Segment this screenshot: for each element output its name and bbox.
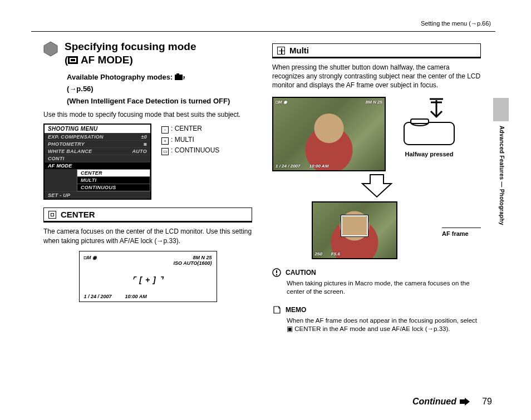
multi-illustration-bottom: 250 F5.6 AF frame [272,201,481,259]
continued-text: Continued [412,397,456,407]
lcd-mode: ◘M ◉ [84,255,97,260]
legend-center: : CENTER [171,125,202,132]
photo2-aperture: F5.6 [331,251,340,256]
page: Setting the menu (→p.66) Advanced Featur… [0,0,531,420]
down-arrow-icon [360,174,394,198]
multi-section-heading: Multi [272,43,481,58]
center-glyph-icon: ▫ [161,126,169,134]
lcd-quality: 8M N 25 [193,255,212,260]
shutter-press-icon [399,97,460,147]
multi-icon [277,47,285,55]
sample-photo-before: ◘M ◉ 8M N 25 1 / 24 / 2007 10:00 AM [272,97,386,171]
thumb-tab [493,98,509,121]
menu-row-exp: EXP. COMPENSATION±0 [45,133,150,140]
center-rule [43,222,252,223]
center-title: CENTER [61,210,95,219]
center-lcd-preview: ◘M ◉ 8M N 25 ISO AUTO(1600) ⌜ [ + ] ⌝ 1 … [79,251,217,302]
menu-and-legend: SHOOTING MENU EXP. COMPENSATION±0 PHOTOM… [43,123,252,200]
menu-row-wb: WHITE BALANCEAUTO [45,147,150,155]
heading-line1: Specifying focusing mode [65,41,196,52]
svg-marker-0 [44,42,57,56]
svg-rect-5 [176,73,179,75]
available-modes-line: Available Photography modes: M [67,72,252,82]
svg-rect-7 [404,122,454,145]
menu-row-photometry: PHOTOMETRY◙ [45,140,150,147]
heading-text: Specifying focusing mode ( AF MODE) [65,40,196,67]
menu-row-conti: CONTI [45,155,150,162]
af-frame-callout: AF frame [442,223,481,237]
submenu-multi: MULTI [77,176,150,184]
available-modes-ref: (→p.56) [67,84,252,94]
sample-photo-after: 250 F5.6 [312,201,397,259]
right-column: Multi When pressing the shutter button d… [272,40,481,400]
hexagon-icon [43,41,58,57]
lcd-iso: ISO AUTO(1600) [84,260,212,266]
svg-rect-9 [411,119,429,123]
center-body: The camera focuses on the center of the … [43,227,252,245]
memo-body: When the AF frame does not appear in the… [287,317,481,334]
af-mode-legend: ▫: CENTER +: MULTI ▭: CONTINUOUS [161,123,219,156]
memo-heading: MEMO [272,305,481,314]
af-mode-icon [68,56,78,64]
multi-title: Multi [289,46,309,55]
continuous-glyph-icon: ▭ [161,148,169,155]
legend-multi: : MULTI [171,136,194,144]
content-columns: Specifying focusing mode ( AF MODE) Avai… [43,40,481,400]
af-mode-submenu: CENTER MULTI CONTINUOUS [77,169,150,191]
menu-row-setup: SET - UP [45,191,150,199]
multi-body: When pressing the shutter button down ha… [272,63,481,90]
shutter-diagram: Halfway pressed [396,97,463,157]
header-reference: Setting the menu (→p.66) [421,20,491,27]
submenu-center: CENTER [77,170,150,176]
halfway-label: Halfway pressed [396,151,463,157]
svg-point-15 [276,274,277,275]
svg-rect-3 [71,59,75,61]
multi-illustration-top: ◘M ◉ 8M N 25 1 / 24 / 2007 10:00 AM [272,97,481,171]
multi-glyph-icon: + [161,137,169,145]
svg-rect-4 [175,75,183,80]
intro-text: Use this mode to specify focusing mode t… [43,110,252,119]
center-icon [48,211,56,219]
memo-title: MEMO [286,306,306,314]
lcd-af-target: ⌜ [ + ] ⌝ [84,266,212,294]
header-rule [31,31,495,32]
continued-indicator: Continued [412,397,470,407]
heading-line2b: AF MODE) [78,54,133,66]
main-heading: Specifying focusing mode ( AF MODE) [43,40,252,67]
left-column: Specifying focusing mode ( AF MODE) Avai… [43,40,252,400]
caution-icon [272,268,281,277]
center-section-heading: CENTER [43,207,252,222]
available-modes-text: Available Photography modes: [67,73,175,81]
face-detect-note: (When Intelligent Face Detection is turn… [67,96,252,106]
af-frame-label: AF frame [442,230,481,237]
photo1-date: 1 / 24 / 2007 [276,164,300,169]
memo-icon [272,305,281,314]
svg-text:M: M [183,75,185,80]
photo1-mode: ◘M ◉ [276,100,287,105]
photo1-quality: 8M N 25 [366,100,382,105]
multi-rule [272,58,481,58]
camera-mode-icon: M [175,73,185,80]
continued-arrow-icon [460,398,470,406]
lcd-date: 1 / 24 / 2007 [84,294,112,299]
legend-continuous: : CONTINUOUS [171,146,219,154]
photo1-time: 10:00 AM [309,164,328,169]
caution-body: When taking pictures in Macro mode, the … [287,279,481,297]
af-frame-overlay [341,215,368,236]
shooting-menu-screenshot: SHOOTING MENU EXP. COMPENSATION±0 PHOTOM… [43,123,151,200]
page-number: 79 [482,397,492,407]
submenu-continuous: CONTINUOUS [77,184,150,191]
shooting-menu-header: SHOOTING MENU [45,125,150,133]
side-section-label: Advanced Features — Photography [499,126,505,225]
photo2-shutter: 250 [315,251,322,256]
menu-row-af-mode: AF MODE [45,162,150,169]
caution-heading: CAUTION [272,268,481,277]
caution-title: CAUTION [286,269,316,276]
lcd-time: 10:00 AM [125,294,147,299]
